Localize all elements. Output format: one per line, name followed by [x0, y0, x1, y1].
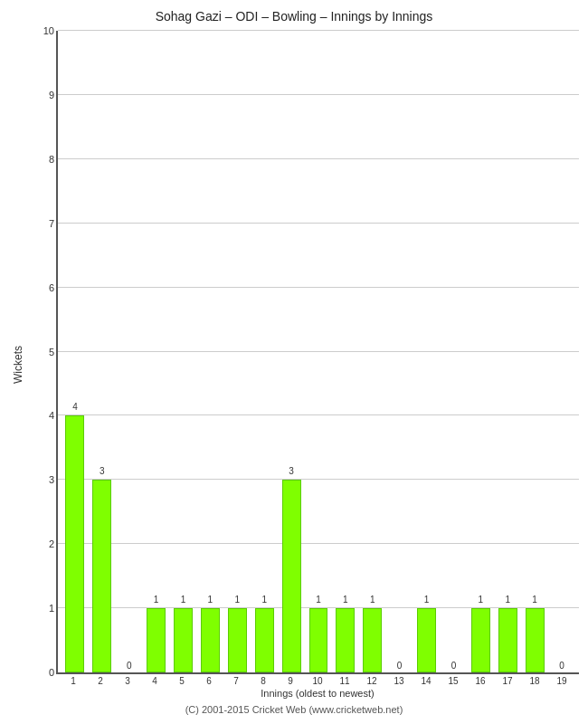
chart-area: Wickets 4301111131110101110 012345678910… [9, 31, 579, 699]
x-tick-label: 17 [494, 676, 521, 686]
y-tick-label: 9 [49, 90, 54, 100]
x-tick-label: 7 [223, 676, 250, 686]
x-tick-label: 10 [304, 676, 331, 686]
bar: 1 [471, 608, 490, 672]
bar-group: 3 [278, 31, 305, 672]
y-tick-label: 2 [49, 538, 54, 549]
bar-value-label: 1 [343, 595, 348, 605]
chart-title: Sohag Gazi – ODI – Bowling – Innings by … [156, 9, 433, 24]
bar-group: 1 [332, 31, 359, 672]
bar: 1 [255, 608, 274, 672]
bar-group: 1 [494, 31, 521, 672]
bar-value-label: 1 [505, 595, 510, 605]
x-tick-label: 11 [331, 676, 358, 686]
y-tick-label: 10 [43, 25, 54, 36]
bar: 4 [65, 415, 84, 672]
bar-group: 4 [62, 31, 89, 672]
y-tick-label: 7 [49, 218, 54, 229]
bar: 3 [282, 480, 301, 672]
bar-zero-label: 0 [559, 661, 564, 671]
bar-group: 0 [116, 31, 143, 672]
bar: 1 [417, 608, 436, 672]
y-tick-label: 5 [49, 347, 54, 357]
bar-value-label: 1 [261, 595, 267, 605]
y-tick-label: 6 [49, 282, 54, 293]
bar-group: 1 [170, 31, 197, 672]
bar-group: 1 [359, 31, 386, 672]
x-tick-label: 6 [195, 676, 223, 686]
x-tick-label: 1 [60, 676, 87, 686]
x-tick-label: 8 [250, 676, 277, 686]
x-tick-label: 15 [440, 676, 467, 686]
bar-group: 0 [440, 31, 467, 672]
bar-zero-label: 0 [451, 661, 457, 671]
chart-container: Sohag Gazi – ODI – Bowling – Innings by … [0, 0, 588, 724]
bar-group: 1 [143, 31, 170, 672]
x-tick-label: 13 [385, 676, 413, 686]
bar-group: 3 [89, 31, 116, 672]
bar-value-label: 1 [479, 595, 484, 605]
bar: 1 [228, 608, 247, 672]
bar-value-label: 1 [235, 595, 241, 605]
bar-value-label: 3 [289, 466, 294, 476]
bars-container: 4301111131110101110 [58, 31, 579, 672]
bar-value-label: 1 [316, 595, 321, 605]
bar-value-label: 1 [424, 595, 430, 605]
bar: 1 [526, 608, 545, 672]
bar: 1 [147, 608, 166, 672]
bar-group: 1 [467, 31, 494, 672]
bar-zero-label: 0 [397, 661, 403, 671]
chart-inner: 4301111131110101110 012345678910 1234567… [29, 31, 579, 699]
x-tick-label: 16 [467, 676, 494, 686]
bar: 1 [363, 608, 382, 672]
bar-group: 0 [386, 31, 413, 672]
bar-zero-label: 0 [127, 661, 132, 671]
bar-group: 1 [196, 31, 223, 672]
x-tick-label: 19 [548, 676, 575, 686]
x-axis: 12345678910111213141516171819 [56, 676, 579, 686]
bar-value-label: 1 [154, 595, 159, 605]
bar-value-label: 1 [532, 595, 537, 605]
plot-area: 4301111131110101110 012345678910 [56, 31, 579, 674]
bar-group: 1 [305, 31, 332, 672]
bar-group: 1 [251, 31, 278, 672]
bar-group: 1 [413, 31, 441, 672]
y-tick-label: 0 [49, 667, 54, 678]
bar: 1 [498, 608, 517, 672]
y-axis-label: Wickets [9, 31, 27, 699]
bar-value-label: 4 [72, 402, 78, 412]
x-tick-label: 12 [358, 676, 385, 686]
x-tick-label: 9 [277, 676, 304, 686]
bar-value-label: 1 [181, 595, 186, 605]
y-tick-label: 8 [49, 154, 54, 165]
bar-group: 0 [548, 31, 575, 672]
x-tick-label: 2 [87, 676, 114, 686]
bar-group: 1 [223, 31, 251, 672]
x-tick-label: 5 [168, 676, 195, 686]
x-tick-label: 18 [521, 676, 548, 686]
y-tick-label: 3 [49, 474, 54, 485]
x-tick-label: 4 [141, 676, 168, 686]
bar-value-label: 3 [100, 466, 105, 476]
bar-value-label: 1 [370, 595, 375, 605]
bar: 1 [309, 608, 328, 672]
x-axis-label: Innings (oldest to newest) [56, 688, 579, 699]
bar: 1 [174, 608, 193, 672]
x-tick-label: 3 [114, 676, 141, 686]
y-tick-label: 1 [49, 603, 54, 614]
bar-group: 1 [521, 31, 548, 672]
bar: 1 [336, 608, 355, 672]
bar: 1 [201, 608, 220, 672]
footer: (C) 2001-2015 Cricket Web (www.cricketwe… [185, 704, 403, 715]
bar: 3 [92, 480, 111, 672]
y-tick-label: 4 [49, 410, 54, 421]
bar-value-label: 1 [208, 595, 213, 605]
x-tick-label: 14 [413, 676, 440, 686]
